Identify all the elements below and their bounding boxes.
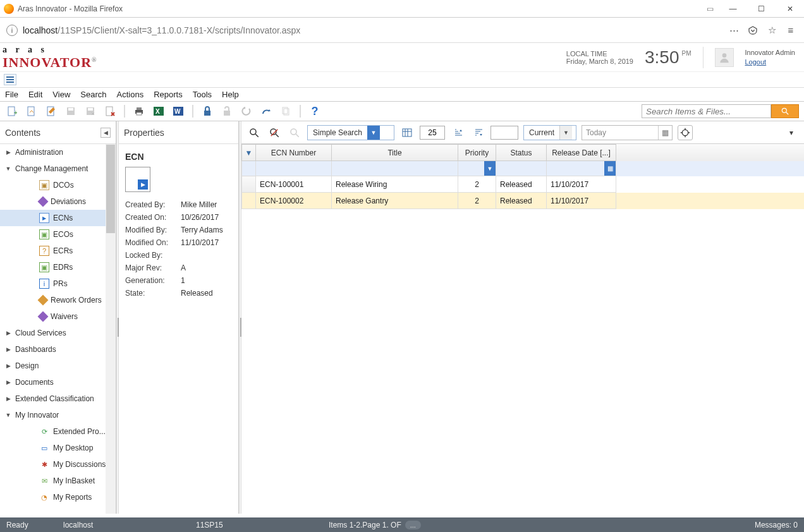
sort-asc-icon[interactable] <box>450 125 465 140</box>
col-release-date-[interactable]: Release Date [...] <box>547 145 616 161</box>
unlock-icon[interactable] <box>220 104 234 118</box>
filter-ecn[interactable] <box>256 161 331 176</box>
row-menu-icon[interactable]: ▼ <box>245 148 253 157</box>
collapse-contents-button[interactable]: ◀ <box>100 128 111 138</box>
tree-node-rework-orders[interactable]: Rework Orders <box>0 292 116 308</box>
reader-icon[interactable]: ▭ <box>707 4 714 13</box>
tree-node-cloud-services[interactable]: ▶Cloud Services <box>0 325 116 341</box>
tree-node-deviations[interactable]: Deviations <box>0 193 116 210</box>
contents-title: Contents <box>5 128 40 138</box>
tree-node-dcos[interactable]: ▣DCOs <box>0 177 116 193</box>
tree-node-my-desktop[interactable]: ▭My Desktop <box>0 440 116 456</box>
menu-view[interactable]: View <box>52 90 70 99</box>
maximize-button[interactable]: ☐ <box>747 0 776 18</box>
menu-help[interactable]: Help <box>222 90 239 99</box>
date-picker-icon[interactable]: ▦ <box>604 161 616 176</box>
run-search-icon[interactable] <box>247 125 262 140</box>
tree-node-ecrs[interactable]: ?ECRs <box>0 243 116 259</box>
svg-line-22 <box>786 112 789 115</box>
svg-point-21 <box>782 108 786 112</box>
tree-node-my-inbasket[interactable]: ✉My InBasket <box>0 473 116 489</box>
tree-node-waivers[interactable]: Waivers <box>0 308 116 325</box>
tree-node-design[interactable]: ▶Design <box>0 358 116 374</box>
save-close-icon[interactable] <box>83 104 97 118</box>
page-actions-icon[interactable]: ⋯ <box>727 23 741 37</box>
tree-node-administration[interactable]: ▶Administration <box>0 144 116 160</box>
table-row[interactable]: ECN-100002Release Gantry2Released11/10/2… <box>242 193 804 209</box>
tree-node-prs[interactable]: iPRs <box>0 275 116 292</box>
tree-node-my-discussions[interactable]: ✱My Discussions <box>0 456 116 473</box>
tree-node-my-reports[interactable]: ◔My Reports <box>0 489 116 505</box>
priority-dropdown-icon[interactable]: ▼ <box>484 161 496 176</box>
svg-line-26 <box>276 134 279 137</box>
firefox-icon <box>4 4 14 14</box>
nav-toggle-button[interactable] <box>4 74 16 85</box>
edit-item-icon[interactable] <box>44 104 58 118</box>
clear-search-icon[interactable] <box>267 125 282 140</box>
version-dropdown[interactable]: Current▼ <box>523 125 576 140</box>
effective-date-input[interactable] <box>582 126 658 140</box>
grid-columns-icon[interactable] <box>399 125 415 140</box>
lock-icon[interactable] <box>200 104 214 118</box>
copy-icon[interactable] <box>279 104 293 118</box>
global-search-button[interactable] <box>771 104 799 118</box>
export-excel-icon[interactable]: X <box>152 104 166 118</box>
calendar-icon[interactable]: ▦ <box>658 126 672 140</box>
tree-node-change-management[interactable]: ▼Change Management <box>0 160 116 177</box>
user-name: Innovator Admin <box>745 48 796 57</box>
prop-value: 10/26/2017 <box>181 211 219 224</box>
tree-node-extended-classification[interactable]: ▶Extended Classification <box>0 390 116 407</box>
prop-value: 1 <box>181 274 185 287</box>
effective-date-picker[interactable]: ▦ <box>582 125 673 140</box>
promote-icon[interactable] <box>259 104 273 118</box>
goto-page-input[interactable] <box>490 126 518 140</box>
url-display[interactable]: localhost/11SP15/Client/X-salt=3_11.0.0.… <box>23 25 722 35</box>
menu-tools[interactable]: Tools <box>193 90 212 99</box>
col-status[interactable]: Status <box>496 145 547 161</box>
tree-node-ecos[interactable]: ▣ECOs <box>0 226 116 243</box>
tree-node-dashboards[interactable]: ▶Dashboards <box>0 341 116 358</box>
save-icon[interactable] <box>64 104 78 118</box>
menu-reports[interactable]: Reports <box>154 90 183 99</box>
table-row[interactable]: ECN-100001Release Wiring2Released11/10/2… <box>242 176 804 193</box>
export-word-icon[interactable]: W <box>171 104 185 118</box>
locate-icon[interactable] <box>678 125 693 140</box>
help-icon[interactable]: ? <box>308 104 322 118</box>
col-ecn-number[interactable]: ECN Number <box>256 145 332 161</box>
global-search-input[interactable] <box>642 104 771 118</box>
open-item-icon[interactable] <box>25 104 39 118</box>
page-size-input[interactable] <box>420 126 445 140</box>
filter-title[interactable] <box>332 161 458 176</box>
tree-node-documents[interactable]: ▶Documents <box>0 374 116 390</box>
bookmark-icon[interactable]: ☆ <box>765 23 779 37</box>
splitter[interactable] <box>239 121 241 514</box>
menu-file[interactable]: File <box>5 90 18 99</box>
filter-status[interactable] <box>496 161 546 176</box>
tree-node-extended-pro-[interactable]: ⟳Extended Pro... <box>0 423 116 440</box>
logout-link[interactable]: Logout <box>745 58 767 66</box>
user-avatar-icon[interactable] <box>715 48 734 67</box>
grid-menu-icon[interactable]: ▾ <box>784 125 799 140</box>
search-dialog-icon[interactable] <box>287 125 302 140</box>
menu-search[interactable]: Search <box>80 90 106 99</box>
print-icon[interactable] <box>132 104 146 118</box>
tree-scrollbar[interactable] <box>106 144 116 514</box>
tree-node-my-innovator[interactable]: ▼My Innovator <box>0 407 116 423</box>
menu-actions[interactable]: Actions <box>117 90 144 99</box>
delete-icon[interactable] <box>103 104 117 118</box>
site-info-icon[interactable]: i <box>6 25 18 36</box>
menu-edit[interactable]: Edit <box>28 90 42 99</box>
minimize-button[interactable]: — <box>719 0 747 18</box>
col-priority[interactable]: Priority <box>458 145 496 161</box>
col-title[interactable]: Title <box>332 145 458 161</box>
pocket-icon[interactable] <box>746 23 760 37</box>
splitter[interactable] <box>116 121 119 514</box>
new-item-icon[interactable]: + <box>5 104 19 118</box>
tree-node-edrs[interactable]: ▣EDRs <box>0 259 116 275</box>
search-mode-dropdown[interactable]: Simple Search▼ <box>307 125 394 140</box>
close-button[interactable]: ✕ <box>776 0 804 18</box>
tree-node-ecns[interactable]: ECNs <box>0 210 116 226</box>
firefox-menu-icon[interactable]: ≡ <box>784 23 798 37</box>
undo-icon[interactable] <box>240 104 253 118</box>
sort-desc-icon[interactable] <box>470 125 485 140</box>
